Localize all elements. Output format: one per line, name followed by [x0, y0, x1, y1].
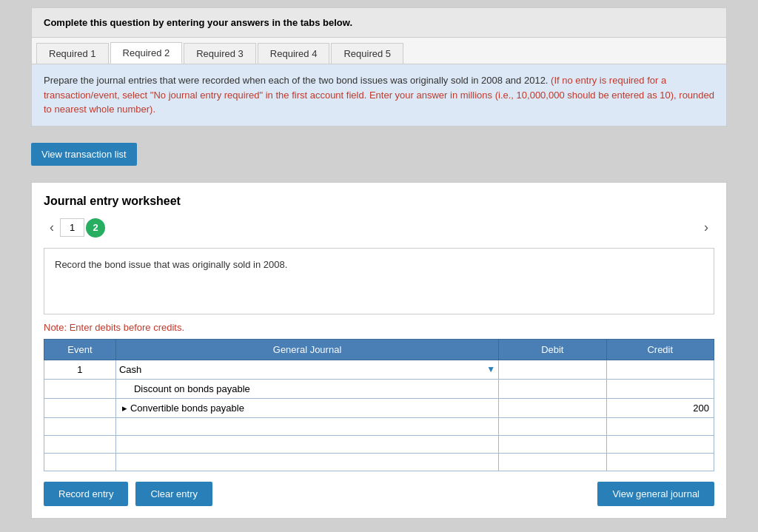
tab-required-5[interactable]: Required 5 [331, 43, 403, 64]
tabs-container: Required 1 Required 2 Required 3 Require… [31, 38, 727, 64]
account-cell[interactable]: ▸ Convertible bonds payable [115, 398, 498, 417]
debit-cell[interactable] [499, 379, 606, 398]
event-cell [44, 417, 116, 435]
account-cell[interactable] [115, 435, 498, 453]
debit-cell[interactable] [499, 435, 606, 453]
table-row [44, 453, 714, 471]
worksheet-container: Journal entry worksheet ‹ 1 2 › Record t… [31, 182, 727, 519]
debit-cell[interactable] [499, 398, 606, 417]
account-label: Convertible bonds payable [130, 403, 495, 414]
record-description: Record the bond issue that was originall… [44, 248, 714, 314]
account-cell[interactable]: Cash ▼ [115, 360, 498, 379]
debit-cell[interactable] [499, 453, 606, 471]
page-next-arrow[interactable]: › [698, 218, 714, 237]
event-cell [44, 453, 116, 471]
view-general-journal-button[interactable]: View general journal [597, 482, 714, 506]
tab-required-4[interactable]: Required 4 [258, 43, 330, 64]
debit-cell[interactable] [499, 360, 606, 379]
credit-cell[interactable] [606, 435, 714, 453]
credit-cell[interactable] [606, 379, 714, 398]
event-cell [44, 398, 116, 417]
credit-cell[interactable] [606, 453, 714, 471]
account-cell[interactable]: Discount on bonds payable [115, 379, 498, 398]
table-row: 1 Cash ▼ [44, 360, 714, 379]
table-row [44, 435, 714, 453]
col-header-debit: Debit [499, 339, 606, 360]
event-cell: 1 [44, 360, 116, 379]
journal-table: Event General Journal Debit Credit 1 Cas… [44, 339, 714, 471]
table-row: ▸ Convertible bonds payable 200 [44, 398, 714, 417]
credit-cell[interactable] [606, 417, 714, 435]
col-header-general-journal: General Journal [115, 339, 498, 360]
page-2-tab[interactable]: 2 [86, 218, 105, 238]
page-prev-arrow[interactable]: ‹ [44, 218, 60, 237]
page-1-tab[interactable]: 1 [60, 218, 84, 237]
description-main: Prepare the journal entries that were re… [44, 75, 548, 86]
table-row [44, 417, 714, 435]
clear-entry-button[interactable]: Clear entry [135, 482, 212, 506]
account-label: Discount on bonds payable [119, 383, 250, 394]
description-box: Prepare the journal entries that were re… [31, 64, 727, 127]
dropdown-arrow-icon[interactable]: ▼ [486, 364, 495, 374]
tab-required-2[interactable]: Required 2 [110, 42, 183, 64]
credit-cell[interactable]: 200 [606, 398, 714, 417]
col-header-credit: Credit [606, 339, 714, 360]
worksheet-title: Journal entry worksheet [44, 195, 714, 208]
event-cell [44, 379, 116, 398]
event-cell [44, 435, 116, 453]
tab-required-3[interactable]: Required 3 [184, 43, 256, 64]
instruction-text: Complete this question by entering your … [44, 17, 352, 28]
account-cell[interactable] [115, 453, 498, 471]
tab-required-1[interactable]: Required 1 [36, 43, 109, 64]
account-label: Cash [119, 364, 141, 375]
pagination-row: ‹ 1 2 › [44, 218, 714, 238]
bottom-buttons: Record entry Clear entry View general jo… [44, 482, 714, 506]
credit-cell[interactable] [606, 360, 714, 379]
col-header-event: Event [44, 339, 116, 360]
record-entry-button[interactable]: Record entry [44, 482, 128, 506]
table-row: Discount on bonds payable [44, 379, 714, 398]
debit-cell[interactable] [499, 417, 606, 435]
view-transaction-button[interactable]: View transaction list [31, 143, 137, 166]
account-cell[interactable] [115, 417, 498, 435]
instruction-bar: Complete this question by entering your … [31, 7, 727, 38]
indent-marker: ▸ [119, 403, 127, 414]
note-text: Note: Enter debits before credits. [44, 322, 714, 333]
